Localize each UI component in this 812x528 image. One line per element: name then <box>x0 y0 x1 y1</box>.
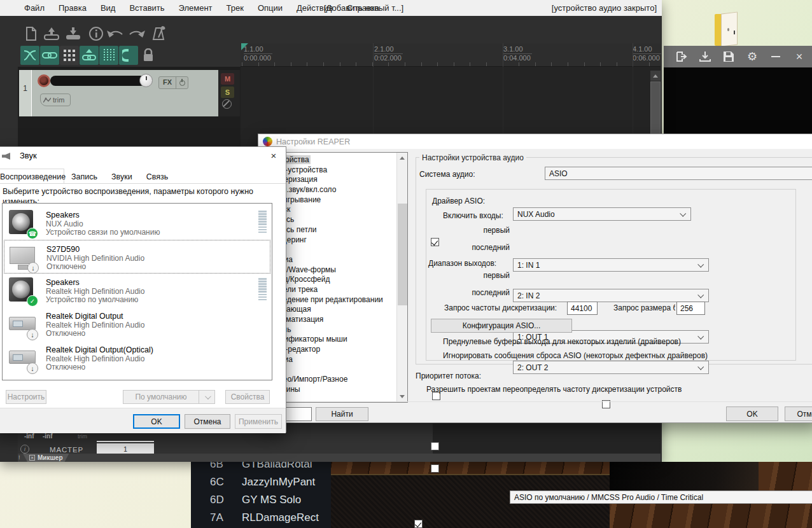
mixer-channel-1[interactable]: 1 <box>97 443 154 454</box>
settings-gear-icon[interactable]: ⚙ <box>746 50 759 63</box>
tab-playback[interactable]: Воспроизведение <box>0 169 64 184</box>
output-last-combo[interactable]: 2: OUT 2 <box>513 361 709 374</box>
preferences-title-bar[interactable]: Настройки REAPER <box>258 134 812 149</box>
tab-communications[interactable]: Связь <box>139 170 176 184</box>
close-icon[interactable]: × <box>263 148 284 163</box>
close-icon[interactable]: × <box>793 50 806 63</box>
disconnected-icon: ↓ <box>27 262 39 274</box>
minimize-icon[interactable] <box>769 50 782 63</box>
record-arm-button[interactable] <box>38 74 50 87</box>
scroll-up-icon[interactable] <box>400 156 405 160</box>
input-first-combo[interactable]: 1: IN 1 <box>513 258 709 272</box>
allow-override-checkbox[interactable] <box>414 520 423 528</box>
device-row-digital-output-optical[interactable]: ↓ Realtek Digital Output(Optical) Realte… <box>4 341 270 375</box>
menu-insert[interactable]: Вставить <box>129 3 164 13</box>
device-row-digital-output[interactable]: ↓ Realtek Digital Output Realtek High De… <box>4 307 270 341</box>
open-project-button[interactable] <box>42 24 61 43</box>
find-button[interactable]: Найти <box>316 407 368 421</box>
preset-row[interactable]: 6D GY MS Solo <box>191 494 331 511</box>
volume-meter <box>258 278 267 300</box>
set-default-dropdown-arrow[interactable] <box>199 390 215 404</box>
preset-row[interactable]: 6B GTBalladRotal <box>191 462 331 476</box>
close-docker-icon[interactable]: × <box>29 455 35 461</box>
menu-file[interactable]: Файл <box>24 3 45 13</box>
preset-row[interactable]: 7A RLDamageRect <box>191 511 331 528</box>
tab-recording[interactable]: Запись <box>64 170 104 184</box>
download-icon[interactable] <box>699 50 711 63</box>
menu-options[interactable]: Опции <box>258 3 283 13</box>
cancel-button[interactable]: Отмена <box>185 414 230 429</box>
device-row-speakers-nux[interactable]: ☎ Speakers NUX Audio Устройство связи по… <box>4 206 270 240</box>
samplerate-field[interactable]: 44100 <box>567 302 598 315</box>
set-default-button[interactable]: По умолчанию <box>123 390 199 404</box>
properties-button[interactable]: Свойства <box>225 390 270 404</box>
configure-button[interactable]: Настроить <box>6 390 46 404</box>
grid-lines-button[interactable] <box>99 46 118 65</box>
track-1-panel[interactable]: 1 FX trim M S <box>19 70 240 116</box>
menu-add-track[interactable]: [Добавить новый т...] <box>324 3 403 13</box>
menu-item[interactable]: Элемент <box>179 3 213 13</box>
crossfade-toggle-button[interactable] <box>20 46 39 65</box>
preset-row[interactable]: 6C JazzyInMyPant <box>191 476 331 494</box>
snap-toggle-button[interactable] <box>119 46 138 65</box>
preset-slot: 6C <box>210 476 224 489</box>
edit-cursor-marker[interactable] <box>241 43 248 50</box>
scrollbar-thumb[interactable] <box>650 81 661 137</box>
menu-view[interactable]: Вид <box>101 3 116 13</box>
scroll-down-icon[interactable] <box>400 395 405 398</box>
desktop-folder-icon[interactable] <box>715 13 741 46</box>
ok-button[interactable]: OK <box>133 414 180 429</box>
preset-name: JazzyInMyPant <box>242 476 315 489</box>
save-project-button[interactable] <box>64 24 83 43</box>
tree-scrollbar[interactable] <box>396 153 407 402</box>
ruler-bar-label: 3.1.00 <box>503 45 532 54</box>
device-row-s27d590[interactable]: ↓ S27D590 NVIDIA High Definition Audio О… <box>4 240 270 274</box>
preset-slot: 6B <box>210 462 223 471</box>
input-last-combo[interactable]: 2: IN 2 <box>513 289 709 302</box>
project-settings-button[interactable] <box>87 24 106 43</box>
preferences-ok-button[interactable]: OK <box>726 406 778 421</box>
trim-envelope-button[interactable]: trim <box>40 94 71 106</box>
scrollbar-up-button[interactable] <box>650 71 661 81</box>
enable-inputs-checkbox[interactable] <box>431 238 439 246</box>
buffersize-field[interactable]: 256 <box>676 302 705 315</box>
device-row-speakers-realtek[interactable]: ✓ Speakers Realtek High Definition Audio… <box>4 274 270 307</box>
ignore-asio-reset-checkbox[interactable] <box>431 464 439 473</box>
mute-button[interactable]: M <box>221 73 234 85</box>
metronome-button[interactable] <box>149 24 168 43</box>
redo-button[interactable] <box>127 24 146 43</box>
export-icon[interactable] <box>675 50 688 63</box>
grid-dots-button[interactable] <box>60 46 79 65</box>
tree-scrollbar-thumb[interactable] <box>398 204 407 305</box>
preferences-cancel-button[interactable]: Отмена <box>785 406 812 421</box>
audio-system-combo[interactable]: ASIO <box>545 167 812 180</box>
save-icon[interactable] <box>722 50 735 63</box>
apply-button[interactable]: Применить <box>235 414 282 429</box>
timeline-ruler[interactable]: 1.1.00 0:00.000 2.1.00 0:02.000 3.1.00 0… <box>241 43 661 67</box>
volume-knob[interactable] <box>139 74 153 87</box>
ruler-time-label: 0:04.000 <box>503 54 548 62</box>
mixer-docker-tab[interactable]: × Микшер <box>23 454 69 462</box>
volume-fader[interactable] <box>50 76 146 86</box>
prezero-buffers-checkbox[interactable] <box>431 442 439 450</box>
ripple-edit-button[interactable] <box>80 46 99 65</box>
menu-edit[interactable]: Правка <box>59 3 87 13</box>
menu-track[interactable]: Трек <box>227 3 244 13</box>
asio-driver-combo[interactable]: NUX Audio <box>513 207 691 221</box>
asio-configuration-button[interactable]: Конфигурация ASIO... <box>431 319 572 333</box>
reaper-preferences-dialog: Настройки REAPER Устройства MIDI-устройс… <box>258 134 812 423</box>
no-fx-icon[interactable] <box>222 99 232 109</box>
item-grouping-button[interactable] <box>40 46 59 65</box>
fx-bypass-button[interactable] <box>176 77 188 88</box>
fx-button[interactable]: FX <box>159 77 176 88</box>
lock-button[interactable] <box>139 46 158 65</box>
thread-priority-combo[interactable]: ASIO по умолчанию / MMCSS Pro Audio / Ti… <box>510 490 812 504</box>
undo-button[interactable] <box>106 24 125 43</box>
monitor-device-icon <box>10 247 35 264</box>
info-icon[interactable]: i <box>20 445 29 454</box>
solo-button[interactable]: S <box>221 87 234 98</box>
tab-sounds[interactable]: Звуки <box>104 170 139 184</box>
allow-override-label: Разрешить проектам переопределять частот… <box>426 385 682 394</box>
ignore-asio-reset-label: Игнорировать сообщения сброса ASIO (неко… <box>443 351 708 360</box>
new-project-button[interactable] <box>22 24 41 43</box>
